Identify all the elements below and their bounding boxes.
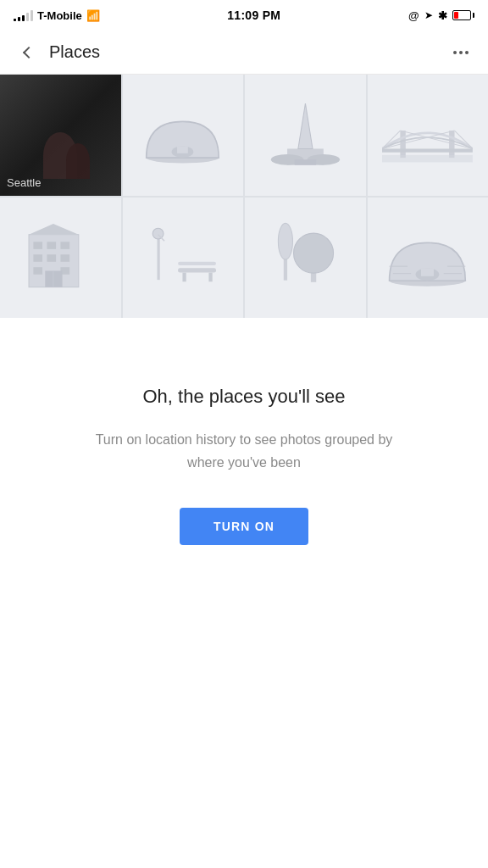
svg-rect-30 xyxy=(178,269,216,273)
carrier-label: T-Mobile xyxy=(37,9,82,22)
svg-rect-21 xyxy=(47,255,56,263)
location-icon: ➤ xyxy=(424,9,433,21)
top-nav: Places xyxy=(0,31,488,75)
status-bar: T-Mobile 📶 11:09 PM @ ➤ ✱ xyxy=(0,0,488,31)
grid-cell-building[interactable] xyxy=(0,198,121,319)
battery-icon xyxy=(452,10,474,20)
svg-rect-2 xyxy=(177,146,188,153)
more-dot-icon xyxy=(465,51,469,54)
svg-rect-7 xyxy=(294,159,316,164)
grid-cell-seattle[interactable]: Seattle xyxy=(0,75,121,196)
grid-cell-park[interactable] xyxy=(123,198,244,319)
svg-rect-18 xyxy=(47,242,56,250)
bridge-icon xyxy=(382,90,473,181)
grid-cell-trees[interactable] xyxy=(245,198,366,319)
svg-rect-32 xyxy=(183,273,186,282)
more-dot-icon xyxy=(459,51,463,54)
svg-rect-23 xyxy=(33,268,42,275)
svg-point-37 xyxy=(293,233,333,273)
cta-section: Oh, the places you'll see Turn on locati… xyxy=(0,318,488,596)
svg-rect-19 xyxy=(60,242,69,250)
svg-rect-14 xyxy=(382,148,473,152)
wifi-icon: 📶 xyxy=(86,9,100,22)
igloo2-icon xyxy=(382,212,473,303)
svg-rect-20 xyxy=(33,255,42,263)
page-title: Places xyxy=(49,42,100,62)
svg-rect-17 xyxy=(33,242,42,250)
bluetooth-icon: ✱ xyxy=(438,9,447,22)
svg-rect-31 xyxy=(178,262,216,265)
svg-rect-15 xyxy=(382,155,473,163)
building-icon xyxy=(15,212,106,303)
cta-title: Oh, the places you'll see xyxy=(142,386,345,408)
places-grid: Seattle xyxy=(0,75,488,318)
park-icon xyxy=(137,212,228,303)
svg-marker-4 xyxy=(298,103,313,148)
more-dot-icon xyxy=(453,51,457,54)
grid-cell-bridge[interactable] xyxy=(368,75,489,196)
grid-cell-igloo2[interactable] xyxy=(368,198,489,319)
carrier-info: T-Mobile 📶 xyxy=(14,9,100,22)
signal-icon xyxy=(14,10,33,21)
back-chevron-icon xyxy=(23,46,35,58)
back-button[interactable] xyxy=(14,39,41,66)
grid-cell-monument[interactable] xyxy=(245,75,366,196)
grid-cell-igloo[interactable] xyxy=(123,75,244,196)
svg-rect-33 xyxy=(209,273,213,282)
more-options-button[interactable] xyxy=(447,39,474,66)
svg-point-35 xyxy=(278,224,292,260)
seattle-label: Seattle xyxy=(7,176,41,189)
status-time: 11:09 PM xyxy=(227,8,280,22)
svg-rect-27 xyxy=(158,235,160,280)
cta-description: Turn on location history to see photos g… xyxy=(92,428,396,474)
svg-rect-40 xyxy=(421,269,434,277)
svg-rect-22 xyxy=(60,255,69,263)
status-icons: @ ➤ ✱ xyxy=(408,9,474,22)
monument-icon xyxy=(260,90,351,181)
nav-left: Places xyxy=(14,39,100,66)
turn-on-button[interactable]: TURN ON xyxy=(180,508,308,545)
trees-icon xyxy=(260,212,351,303)
igloo-icon xyxy=(137,90,228,181)
at-icon: @ xyxy=(408,9,419,22)
